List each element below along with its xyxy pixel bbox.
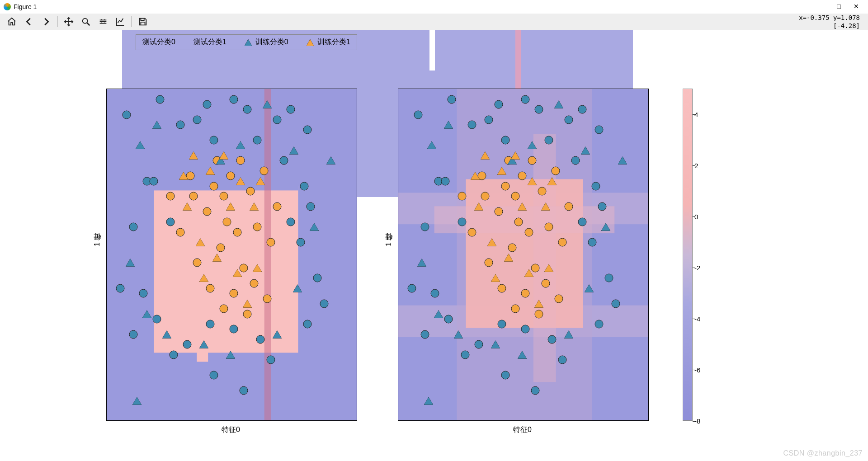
subplot-2[interactable] bbox=[398, 89, 649, 421]
circle-orange-marker bbox=[518, 172, 526, 180]
triangle-orange-marker bbox=[534, 300, 543, 307]
triangle-orange-icon bbox=[307, 39, 314, 46]
subplot-2-xlabel: 特征0 bbox=[513, 425, 532, 435]
circle-blue-marker bbox=[545, 136, 553, 145]
circle-orange-marker bbox=[259, 166, 268, 175]
circle-blue-marker bbox=[448, 95, 456, 103]
triangle-blue-marker bbox=[326, 157, 335, 165]
triangle-blue-marker bbox=[585, 285, 594, 292]
circle-orange-marker bbox=[233, 228, 241, 236]
triangle-orange-marker bbox=[474, 203, 483, 211]
circle-blue-marker bbox=[431, 289, 439, 298]
zoom-button[interactable] bbox=[78, 14, 94, 29]
pan-button[interactable] bbox=[61, 14, 77, 29]
circle-blue-marker bbox=[300, 182, 308, 190]
colorbar-tick-label: -2 bbox=[694, 263, 700, 271]
circle-blue-marker bbox=[571, 156, 580, 165]
triangle-blue-marker bbox=[444, 121, 453, 129]
circle-blue-marker bbox=[558, 356, 566, 364]
triangle-blue-marker bbox=[434, 310, 443, 318]
circle-blue-marker bbox=[280, 156, 288, 165]
legend-train0-label: 训练分类0 bbox=[255, 38, 288, 47]
circle-blue-marker bbox=[156, 95, 165, 103]
save-button[interactable] bbox=[135, 14, 151, 29]
circle-blue-marker bbox=[458, 218, 466, 226]
circle-orange-marker bbox=[243, 310, 251, 318]
circle-orange-marker bbox=[250, 279, 258, 287]
circle-blue-marker bbox=[183, 340, 191, 349]
triangle-orange-marker bbox=[487, 239, 496, 246]
triangle-blue-marker bbox=[581, 146, 590, 154]
home-button[interactable] bbox=[4, 14, 20, 29]
circle-orange-marker bbox=[511, 305, 520, 313]
figure-canvas[interactable]: 测试分类0 测试分类1 训练分类0 训练分类1 特征1 特征0 bbox=[0, 30, 868, 461]
circle-blue-marker bbox=[495, 100, 503, 108]
circle-blue-marker bbox=[461, 351, 470, 359]
forward-button[interactable] bbox=[38, 14, 54, 29]
minimize-button[interactable]: — bbox=[818, 3, 825, 10]
circle-blue-marker bbox=[287, 218, 295, 226]
white-stripe bbox=[429, 30, 435, 71]
triangle-orange-marker bbox=[253, 264, 262, 272]
legend-train1-label: 训练分类1 bbox=[317, 38, 350, 47]
coord-xy: x=-0.375 y=1.078 bbox=[799, 14, 860, 22]
circle-blue-marker bbox=[253, 136, 262, 145]
circle-blue-marker bbox=[153, 315, 161, 323]
circle-orange-marker bbox=[501, 182, 509, 190]
triangle-orange-marker bbox=[243, 300, 252, 307]
circle-orange-marker bbox=[528, 156, 537, 165]
colorbar-tick-label: -6 bbox=[694, 366, 700, 373]
circle-orange-marker bbox=[541, 279, 550, 287]
circle-orange-marker bbox=[253, 223, 262, 231]
circle-blue-marker bbox=[297, 238, 305, 247]
legend-test0: 测试分类0 bbox=[142, 38, 175, 47]
circle-orange-marker bbox=[458, 192, 466, 201]
circle-blue-marker bbox=[307, 202, 315, 211]
subplot-1[interactable] bbox=[106, 89, 357, 421]
svg-rect-4 bbox=[264, 89, 271, 420]
circle-blue-marker bbox=[116, 284, 124, 293]
toolbar: x=-0.375 y=1.078 [-4.28] bbox=[0, 14, 868, 30]
triangle-blue-marker bbox=[273, 330, 282, 338]
coord-z: [-4.28] bbox=[799, 22, 860, 30]
circle-blue-marker bbox=[421, 223, 429, 231]
matplotlib-icon bbox=[4, 3, 11, 10]
back-button[interactable] bbox=[21, 14, 37, 29]
colorbar-tick-label: 2 bbox=[694, 161, 698, 169]
triangle-orange-marker bbox=[544, 264, 553, 272]
subplot-1-ylabel: 特征1 bbox=[93, 242, 102, 246]
subplots-button[interactable] bbox=[95, 14, 111, 29]
triangle-orange-marker bbox=[189, 152, 198, 160]
circle-orange-marker bbox=[166, 192, 175, 201]
circle-blue-marker bbox=[313, 274, 322, 282]
triangle-orange-marker bbox=[236, 177, 245, 185]
circle-blue-marker bbox=[521, 325, 530, 334]
triangle-blue-marker bbox=[152, 121, 161, 129]
legend-train0: 训练分类0 bbox=[245, 38, 288, 47]
circle-blue-marker bbox=[139, 289, 148, 298]
circle-blue-marker bbox=[129, 330, 138, 339]
maximize-button[interactable]: □ bbox=[837, 3, 841, 10]
close-button[interactable]: ✕ bbox=[854, 3, 859, 10]
titlebar: Figure 1 bbox=[0, 0, 868, 14]
circle-blue-marker bbox=[209, 136, 218, 145]
triangle-orange-marker bbox=[226, 203, 235, 211]
triangle-blue-marker bbox=[554, 100, 563, 108]
circle-blue-marker bbox=[149, 177, 158, 185]
circle-blue-marker bbox=[578, 218, 587, 226]
triangle-blue-marker bbox=[162, 330, 171, 338]
colorbar-tick-label: -4 bbox=[694, 315, 700, 322]
triangle-blue-marker bbox=[564, 330, 573, 338]
circle-blue-marker bbox=[303, 126, 312, 134]
triangle-blue-marker bbox=[126, 259, 135, 267]
triangle-blue-marker bbox=[293, 285, 302, 292]
circle-orange-marker bbox=[226, 172, 235, 180]
triangle-orange-marker bbox=[233, 269, 242, 277]
circle-orange-marker bbox=[495, 207, 503, 216]
triangle-blue-marker bbox=[236, 141, 245, 149]
circle-blue-marker bbox=[203, 100, 212, 108]
circle-blue-marker bbox=[598, 202, 607, 211]
axes-button[interactable] bbox=[112, 14, 128, 29]
circle-blue-marker bbox=[273, 115, 282, 124]
triangle-blue-marker bbox=[601, 223, 610, 231]
